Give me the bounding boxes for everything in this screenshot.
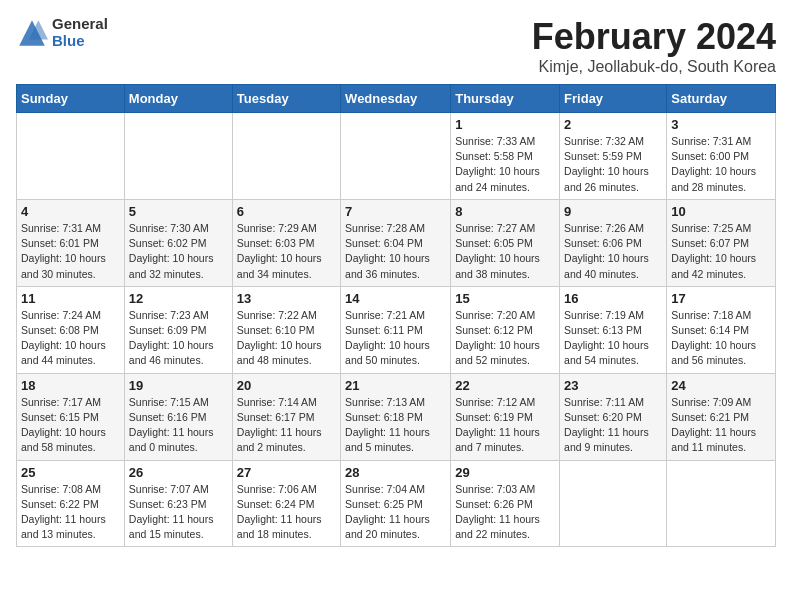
day-info: Sunrise: 7:33 AMSunset: 5:58 PMDaylight:…	[455, 134, 555, 195]
calendar-cell: 6Sunrise: 7:29 AMSunset: 6:03 PMDaylight…	[232, 199, 340, 286]
day-info: Sunrise: 7:11 AMSunset: 6:20 PMDaylight:…	[564, 395, 662, 456]
logo: General Blue	[16, 16, 108, 49]
day-number: 12	[129, 291, 228, 306]
calendar-cell: 17Sunrise: 7:18 AMSunset: 6:14 PMDayligh…	[667, 286, 776, 373]
calendar-cell: 26Sunrise: 7:07 AMSunset: 6:23 PMDayligh…	[124, 460, 232, 547]
day-number: 9	[564, 204, 662, 219]
day-number: 20	[237, 378, 336, 393]
weekday-header-cell: Sunday	[17, 85, 125, 113]
calendar-cell: 28Sunrise: 7:04 AMSunset: 6:25 PMDayligh…	[341, 460, 451, 547]
day-info: Sunrise: 7:22 AMSunset: 6:10 PMDaylight:…	[237, 308, 336, 369]
day-info: Sunrise: 7:08 AMSunset: 6:22 PMDaylight:…	[21, 482, 120, 543]
calendar-week-row: 11Sunrise: 7:24 AMSunset: 6:08 PMDayligh…	[17, 286, 776, 373]
calendar-cell: 11Sunrise: 7:24 AMSunset: 6:08 PMDayligh…	[17, 286, 125, 373]
day-info: Sunrise: 7:30 AMSunset: 6:02 PMDaylight:…	[129, 221, 228, 282]
calendar-cell: 13Sunrise: 7:22 AMSunset: 6:10 PMDayligh…	[232, 286, 340, 373]
day-number: 26	[129, 465, 228, 480]
day-info: Sunrise: 7:09 AMSunset: 6:21 PMDaylight:…	[671, 395, 771, 456]
day-info: Sunrise: 7:03 AMSunset: 6:26 PMDaylight:…	[455, 482, 555, 543]
calendar-cell: 18Sunrise: 7:17 AMSunset: 6:15 PMDayligh…	[17, 373, 125, 460]
calendar-cell: 23Sunrise: 7:11 AMSunset: 6:20 PMDayligh…	[560, 373, 667, 460]
day-number: 10	[671, 204, 771, 219]
calendar-cell: 3Sunrise: 7:31 AMSunset: 6:00 PMDaylight…	[667, 113, 776, 200]
weekday-header-cell: Saturday	[667, 85, 776, 113]
logo-general-text: General	[52, 16, 108, 33]
calendar-cell	[17, 113, 125, 200]
day-number: 3	[671, 117, 771, 132]
day-number: 21	[345, 378, 446, 393]
weekday-header-cell: Thursday	[451, 85, 560, 113]
day-info: Sunrise: 7:31 AMSunset: 6:00 PMDaylight:…	[671, 134, 771, 195]
day-info: Sunrise: 7:04 AMSunset: 6:25 PMDaylight:…	[345, 482, 446, 543]
calendar-cell: 1Sunrise: 7:33 AMSunset: 5:58 PMDaylight…	[451, 113, 560, 200]
day-info: Sunrise: 7:20 AMSunset: 6:12 PMDaylight:…	[455, 308, 555, 369]
day-number: 25	[21, 465, 120, 480]
calendar-cell: 12Sunrise: 7:23 AMSunset: 6:09 PMDayligh…	[124, 286, 232, 373]
day-info: Sunrise: 7:18 AMSunset: 6:14 PMDaylight:…	[671, 308, 771, 369]
weekday-header-row: SundayMondayTuesdayWednesdayThursdayFrid…	[17, 85, 776, 113]
day-info: Sunrise: 7:23 AMSunset: 6:09 PMDaylight:…	[129, 308, 228, 369]
day-info: Sunrise: 7:24 AMSunset: 6:08 PMDaylight:…	[21, 308, 120, 369]
day-number: 18	[21, 378, 120, 393]
day-info: Sunrise: 7:13 AMSunset: 6:18 PMDaylight:…	[345, 395, 446, 456]
calendar-week-row: 4Sunrise: 7:31 AMSunset: 6:01 PMDaylight…	[17, 199, 776, 286]
day-info: Sunrise: 7:28 AMSunset: 6:04 PMDaylight:…	[345, 221, 446, 282]
month-title: February 2024	[532, 16, 776, 58]
day-number: 5	[129, 204, 228, 219]
calendar-cell: 8Sunrise: 7:27 AMSunset: 6:05 PMDaylight…	[451, 199, 560, 286]
calendar-cell: 22Sunrise: 7:12 AMSunset: 6:19 PMDayligh…	[451, 373, 560, 460]
day-number: 29	[455, 465, 555, 480]
calendar-cell	[667, 460, 776, 547]
day-number: 6	[237, 204, 336, 219]
day-info: Sunrise: 7:17 AMSunset: 6:15 PMDaylight:…	[21, 395, 120, 456]
logo-icon	[16, 17, 48, 49]
day-number: 27	[237, 465, 336, 480]
calendar-week-row: 1Sunrise: 7:33 AMSunset: 5:58 PMDaylight…	[17, 113, 776, 200]
calendar-cell	[124, 113, 232, 200]
calendar-cell	[232, 113, 340, 200]
day-info: Sunrise: 7:12 AMSunset: 6:19 PMDaylight:…	[455, 395, 555, 456]
calendar-week-row: 18Sunrise: 7:17 AMSunset: 6:15 PMDayligh…	[17, 373, 776, 460]
calendar-cell	[341, 113, 451, 200]
day-number: 24	[671, 378, 771, 393]
day-info: Sunrise: 7:32 AMSunset: 5:59 PMDaylight:…	[564, 134, 662, 195]
day-info: Sunrise: 7:29 AMSunset: 6:03 PMDaylight:…	[237, 221, 336, 282]
calendar-cell: 5Sunrise: 7:30 AMSunset: 6:02 PMDaylight…	[124, 199, 232, 286]
day-number: 8	[455, 204, 555, 219]
weekday-header-cell: Wednesday	[341, 85, 451, 113]
calendar-cell: 7Sunrise: 7:28 AMSunset: 6:04 PMDaylight…	[341, 199, 451, 286]
day-info: Sunrise: 7:07 AMSunset: 6:23 PMDaylight:…	[129, 482, 228, 543]
calendar-cell: 25Sunrise: 7:08 AMSunset: 6:22 PMDayligh…	[17, 460, 125, 547]
calendar-cell: 19Sunrise: 7:15 AMSunset: 6:16 PMDayligh…	[124, 373, 232, 460]
day-info: Sunrise: 7:26 AMSunset: 6:06 PMDaylight:…	[564, 221, 662, 282]
page-header: General Blue February 2024 Kimje, Jeolla…	[16, 16, 776, 76]
day-info: Sunrise: 7:27 AMSunset: 6:05 PMDaylight:…	[455, 221, 555, 282]
calendar-cell: 16Sunrise: 7:19 AMSunset: 6:13 PMDayligh…	[560, 286, 667, 373]
calendar-cell: 24Sunrise: 7:09 AMSunset: 6:21 PMDayligh…	[667, 373, 776, 460]
day-info: Sunrise: 7:15 AMSunset: 6:16 PMDaylight:…	[129, 395, 228, 456]
calendar-cell: 21Sunrise: 7:13 AMSunset: 6:18 PMDayligh…	[341, 373, 451, 460]
day-info: Sunrise: 7:21 AMSunset: 6:11 PMDaylight:…	[345, 308, 446, 369]
day-info: Sunrise: 7:25 AMSunset: 6:07 PMDaylight:…	[671, 221, 771, 282]
day-number: 15	[455, 291, 555, 306]
day-info: Sunrise: 7:06 AMSunset: 6:24 PMDaylight:…	[237, 482, 336, 543]
day-number: 7	[345, 204, 446, 219]
title-area: February 2024 Kimje, Jeollabuk-do, South…	[532, 16, 776, 76]
day-number: 13	[237, 291, 336, 306]
calendar-cell: 4Sunrise: 7:31 AMSunset: 6:01 PMDaylight…	[17, 199, 125, 286]
weekday-header-cell: Tuesday	[232, 85, 340, 113]
calendar-cell: 9Sunrise: 7:26 AMSunset: 6:06 PMDaylight…	[560, 199, 667, 286]
day-info: Sunrise: 7:19 AMSunset: 6:13 PMDaylight:…	[564, 308, 662, 369]
day-info: Sunrise: 7:14 AMSunset: 6:17 PMDaylight:…	[237, 395, 336, 456]
calendar-week-row: 25Sunrise: 7:08 AMSunset: 6:22 PMDayligh…	[17, 460, 776, 547]
calendar-cell: 10Sunrise: 7:25 AMSunset: 6:07 PMDayligh…	[667, 199, 776, 286]
day-number: 16	[564, 291, 662, 306]
calendar-cell	[560, 460, 667, 547]
day-number: 19	[129, 378, 228, 393]
day-number: 2	[564, 117, 662, 132]
day-number: 4	[21, 204, 120, 219]
day-number: 1	[455, 117, 555, 132]
calendar-cell: 27Sunrise: 7:06 AMSunset: 6:24 PMDayligh…	[232, 460, 340, 547]
calendar-cell: 29Sunrise: 7:03 AMSunset: 6:26 PMDayligh…	[451, 460, 560, 547]
calendar-cell: 15Sunrise: 7:20 AMSunset: 6:12 PMDayligh…	[451, 286, 560, 373]
